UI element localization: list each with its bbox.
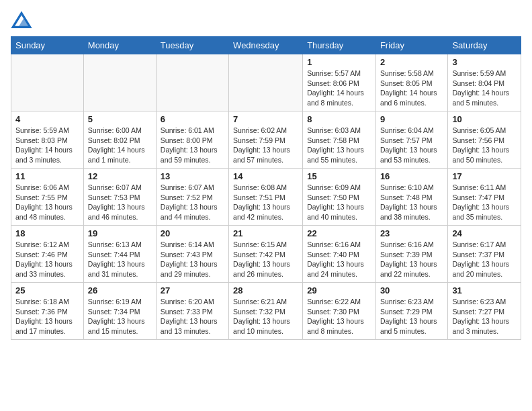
calendar-day-cell: 27Sunrise: 6:20 AMSunset: 7:33 PMDayligh…	[156, 283, 228, 340]
day-info: Sunrise: 6:21 AMSunset: 7:32 PMDaylight:…	[233, 297, 298, 336]
calendar-day-cell	[11, 54, 84, 111]
calendar-day-cell: 21Sunrise: 6:15 AMSunset: 7:42 PMDayligh…	[229, 226, 303, 283]
weekday-header: Monday	[83, 37, 156, 54]
day-number: 20	[161, 228, 224, 238]
day-number: 22	[307, 228, 371, 238]
calendar-day-cell: 10Sunrise: 6:05 AMSunset: 7:56 PMDayligh…	[448, 111, 521, 169]
logo	[11, 11, 35, 30]
day-info: Sunrise: 6:16 AMSunset: 7:40 PMDaylight:…	[307, 240, 371, 279]
day-number: 1	[307, 57, 371, 67]
day-number: 2	[380, 57, 444, 67]
calendar-day-cell: 19Sunrise: 6:13 AMSunset: 7:44 PMDayligh…	[83, 226, 156, 283]
weekday-header: Friday	[375, 37, 448, 54]
day-number: 9	[380, 114, 444, 124]
day-number: 23	[380, 228, 444, 238]
day-info: Sunrise: 6:01 AMSunset: 8:00 PMDaylight:…	[161, 126, 224, 165]
calendar-day-cell	[156, 54, 228, 111]
calendar-day-cell: 13Sunrise: 6:07 AMSunset: 7:52 PMDayligh…	[156, 169, 228, 226]
day-info: Sunrise: 6:10 AMSunset: 7:48 PMDaylight:…	[380, 183, 444, 222]
day-info: Sunrise: 6:02 AMSunset: 7:59 PMDaylight:…	[233, 126, 298, 165]
day-number: 12	[88, 171, 152, 181]
calendar-day-cell: 11Sunrise: 6:06 AMSunset: 7:55 PMDayligh…	[11, 169, 84, 226]
calendar-day-cell: 6Sunrise: 6:01 AMSunset: 8:00 PMDaylight…	[156, 111, 228, 169]
day-number: 19	[88, 228, 152, 238]
day-info: Sunrise: 6:20 AMSunset: 7:33 PMDaylight:…	[161, 297, 224, 336]
day-info: Sunrise: 6:07 AMSunset: 7:52 PMDaylight:…	[161, 183, 224, 222]
calendar-day-cell: 31Sunrise: 6:23 AMSunset: 7:27 PMDayligh…	[448, 283, 521, 340]
day-number: 6	[161, 114, 224, 124]
day-number: 3	[452, 57, 517, 67]
day-info: Sunrise: 5:59 AMSunset: 8:03 PMDaylight:…	[15, 126, 79, 165]
day-number: 29	[307, 285, 371, 295]
calendar-day-cell: 28Sunrise: 6:21 AMSunset: 7:32 PMDayligh…	[229, 283, 303, 340]
day-info: Sunrise: 6:22 AMSunset: 7:30 PMDaylight:…	[307, 297, 371, 336]
day-number: 27	[161, 285, 224, 295]
day-number: 5	[88, 114, 152, 124]
day-number: 18	[15, 228, 79, 238]
calendar-week-row: 4Sunrise: 5:59 AMSunset: 8:03 PMDaylight…	[11, 111, 521, 169]
calendar-day-cell: 24Sunrise: 6:17 AMSunset: 7:37 PMDayligh…	[448, 226, 521, 283]
day-info: Sunrise: 6:16 AMSunset: 7:39 PMDaylight:…	[380, 240, 444, 279]
calendar-day-cell: 18Sunrise: 6:12 AMSunset: 7:46 PMDayligh…	[11, 226, 84, 283]
day-info: Sunrise: 6:13 AMSunset: 7:44 PMDaylight:…	[88, 240, 152, 279]
weekday-header: Saturday	[448, 37, 521, 54]
day-info: Sunrise: 6:17 AMSunset: 7:37 PMDaylight:…	[452, 240, 517, 279]
weekday-header: Thursday	[303, 37, 376, 54]
day-number: 8	[307, 114, 371, 124]
calendar-day-cell: 16Sunrise: 6:10 AMSunset: 7:48 PMDayligh…	[375, 169, 448, 226]
calendar-day-cell: 30Sunrise: 6:23 AMSunset: 7:29 PMDayligh…	[375, 283, 448, 340]
calendar-day-cell	[229, 54, 303, 111]
day-number: 16	[380, 171, 444, 181]
day-info: Sunrise: 6:06 AMSunset: 7:55 PMDaylight:…	[15, 183, 79, 222]
day-number: 7	[233, 114, 298, 124]
day-number: 10	[452, 114, 517, 124]
calendar-day-cell: 9Sunrise: 6:04 AMSunset: 7:57 PMDaylight…	[375, 111, 448, 169]
page-header	[11, 11, 521, 30]
weekday-header-row: SundayMondayTuesdayWednesdayThursdayFrid…	[11, 37, 521, 54]
day-number: 28	[233, 285, 298, 295]
day-info: Sunrise: 6:12 AMSunset: 7:46 PMDaylight:…	[15, 240, 79, 279]
day-info: Sunrise: 6:18 AMSunset: 7:36 PMDaylight:…	[15, 297, 79, 336]
calendar-table: SundayMondayTuesdayWednesdayThursdayFrid…	[11, 36, 521, 340]
calendar-day-cell: 3Sunrise: 5:59 AMSunset: 8:04 PMDaylight…	[448, 54, 521, 111]
calendar-day-cell: 22Sunrise: 6:16 AMSunset: 7:40 PMDayligh…	[303, 226, 376, 283]
day-number: 15	[307, 171, 371, 181]
calendar-day-cell: 12Sunrise: 6:07 AMSunset: 7:53 PMDayligh…	[83, 169, 156, 226]
day-number: 31	[452, 285, 517, 295]
calendar-day-cell: 17Sunrise: 6:11 AMSunset: 7:47 PMDayligh…	[448, 169, 521, 226]
day-number: 25	[15, 285, 79, 295]
calendar-week-row: 1Sunrise: 5:57 AMSunset: 8:06 PMDaylight…	[11, 54, 521, 111]
day-number: 30	[380, 285, 444, 295]
day-number: 14	[233, 171, 298, 181]
day-info: Sunrise: 6:15 AMSunset: 7:42 PMDaylight:…	[233, 240, 298, 279]
logo-icon	[11, 11, 32, 30]
calendar-day-cell: 25Sunrise: 6:18 AMSunset: 7:36 PMDayligh…	[11, 283, 84, 340]
day-info: Sunrise: 6:07 AMSunset: 7:53 PMDaylight:…	[88, 183, 152, 222]
day-number: 11	[15, 171, 79, 181]
day-number: 21	[233, 228, 298, 238]
weekday-header: Sunday	[11, 37, 84, 54]
day-number: 4	[15, 114, 79, 124]
day-info: Sunrise: 6:05 AMSunset: 7:56 PMDaylight:…	[452, 126, 517, 165]
day-number: 17	[452, 171, 517, 181]
day-info: Sunrise: 6:08 AMSunset: 7:51 PMDaylight:…	[233, 183, 298, 222]
calendar-week-row: 25Sunrise: 6:18 AMSunset: 7:36 PMDayligh…	[11, 283, 521, 340]
day-info: Sunrise: 6:03 AMSunset: 7:58 PMDaylight:…	[307, 126, 371, 165]
day-number: 24	[452, 228, 517, 238]
calendar-day-cell: 5Sunrise: 6:00 AMSunset: 8:02 PMDaylight…	[83, 111, 156, 169]
weekday-header: Tuesday	[156, 37, 228, 54]
day-info: Sunrise: 6:23 AMSunset: 7:29 PMDaylight:…	[380, 297, 444, 336]
day-number: 13	[161, 171, 224, 181]
day-info: Sunrise: 5:57 AMSunset: 8:06 PMDaylight:…	[307, 68, 371, 108]
calendar-day-cell: 1Sunrise: 5:57 AMSunset: 8:06 PMDaylight…	[303, 54, 376, 111]
calendar-week-row: 18Sunrise: 6:12 AMSunset: 7:46 PMDayligh…	[11, 226, 521, 283]
day-info: Sunrise: 6:04 AMSunset: 7:57 PMDaylight:…	[380, 126, 444, 165]
day-info: Sunrise: 6:19 AMSunset: 7:34 PMDaylight:…	[88, 297, 152, 336]
weekday-header: Wednesday	[229, 37, 303, 54]
calendar-day-cell: 29Sunrise: 6:22 AMSunset: 7:30 PMDayligh…	[303, 283, 376, 340]
calendar-day-cell: 23Sunrise: 6:16 AMSunset: 7:39 PMDayligh…	[375, 226, 448, 283]
day-info: Sunrise: 6:09 AMSunset: 7:50 PMDaylight:…	[307, 183, 371, 222]
day-info: Sunrise: 5:58 AMSunset: 8:05 PMDaylight:…	[380, 68, 444, 108]
day-number: 26	[88, 285, 152, 295]
day-info: Sunrise: 6:11 AMSunset: 7:47 PMDaylight:…	[452, 183, 517, 222]
